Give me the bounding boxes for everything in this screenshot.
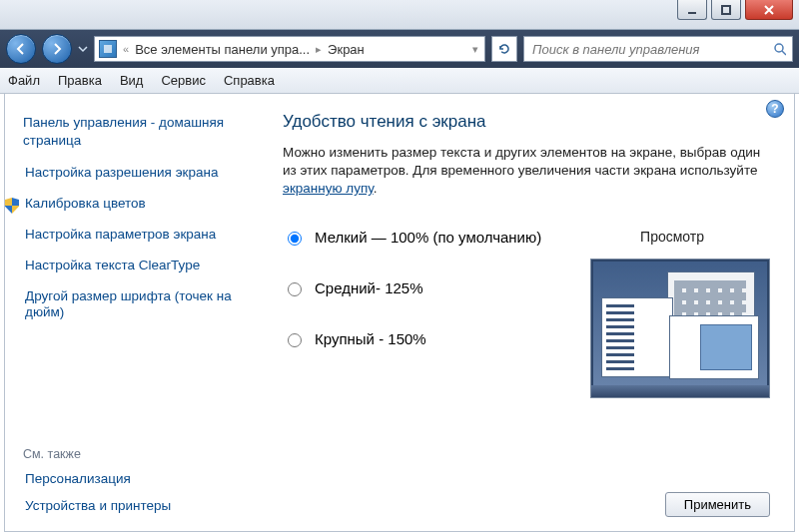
preview-window-icon (669, 315, 759, 379)
svg-rect-2 (104, 45, 112, 53)
chevron-right-icon[interactable]: ▸ (314, 43, 324, 56)
minimize-icon (687, 5, 697, 15)
window-controls (677, 0, 793, 20)
menu-service[interactable]: Сервис (161, 73, 206, 88)
refresh-icon (497, 42, 511, 56)
page-description: Можно изменить размер текста и других эл… (283, 144, 770, 199)
page-heading: Удобство чтения с экрана (283, 112, 770, 132)
control-panel-icon (99, 40, 117, 58)
menu-bar: Файл Правка Вид Сервис Справка (0, 68, 799, 94)
radio-large[interactable] (288, 333, 302, 347)
action-row: Применить (665, 492, 770, 517)
content-pane: Удобство чтения с экрана Можно изменить … (255, 94, 794, 531)
option-medium-label: Средний- 125% (315, 279, 423, 296)
breadcrumb-item-2[interactable]: Экран (328, 42, 365, 57)
address-dropdown-icon[interactable]: ▾ (470, 43, 480, 56)
preview-window-icon (601, 297, 673, 377)
maximize-button[interactable] (711, 0, 741, 20)
sidebar-link-personalization[interactable]: Персонализация (23, 471, 243, 488)
minimize-button[interactable] (677, 0, 707, 20)
sidebar-link-custom-dpi[interactable]: Другой размер шрифта (точек на дюйм) (23, 288, 243, 322)
sidebar: Панель управления - домашняя страница На… (5, 94, 255, 531)
svg-rect-1 (722, 6, 730, 14)
sidebar-link-color-calibration[interactable]: Калибровка цветов (23, 196, 243, 213)
menu-help[interactable]: Справка (224, 73, 275, 88)
svg-point-3 (775, 44, 783, 52)
close-button[interactable] (745, 0, 793, 20)
sidebar-link-cleartype[interactable]: Настройка текста ClearType (23, 258, 243, 274)
sidebar-link-display-settings[interactable]: Настройка параметров экрана (23, 227, 243, 244)
window-titlebar (0, 0, 799, 30)
menu-view[interactable]: Вид (120, 73, 144, 88)
refresh-button[interactable] (491, 36, 517, 62)
radio-medium[interactable] (288, 282, 302, 296)
preview-thumbnail (590, 259, 770, 398)
forward-button[interactable] (42, 34, 72, 64)
preview-label: Просмотр (640, 229, 704, 245)
apply-button[interactable]: Применить (665, 492, 770, 517)
menu-edit[interactable]: Правка (58, 73, 102, 88)
description-end: . (374, 181, 378, 196)
address-bar[interactable]: « Все элементы панели упра... ▸ Экран ▾ (94, 36, 485, 62)
sidebar-link-resolution[interactable]: Настройка разрешения экрана (23, 165, 243, 182)
option-large-label: Крупный - 150% (315, 330, 426, 347)
svg-line-4 (782, 51, 786, 55)
navigation-bar: « Все элементы панели упра... ▸ Экран ▾ (0, 30, 799, 68)
see-also-label: См. также (23, 447, 243, 461)
close-icon (763, 5, 775, 15)
search-box[interactable] (523, 36, 793, 62)
sidebar-link-devices-printers[interactable]: Устройства и принтеры (23, 498, 243, 515)
svg-rect-0 (688, 12, 696, 14)
forward-arrow-icon (50, 42, 64, 56)
history-dropdown-icon[interactable] (78, 44, 88, 54)
maximize-icon (721, 5, 731, 15)
magnifier-link[interactable]: экранную лупу (283, 181, 374, 196)
back-arrow-icon (14, 42, 28, 56)
preview-taskbar-icon (591, 385, 769, 397)
window-body: ? Панель управления - домашняя страница … (4, 94, 795, 532)
radio-small[interactable] (288, 232, 302, 246)
control-panel-home-link[interactable]: Панель управления - домашняя страница (23, 114, 243, 149)
description-text: Можно изменить размер текста и других эл… (283, 145, 760, 178)
breadcrumb-prefix: « (121, 43, 131, 55)
search-icon[interactable] (773, 42, 786, 56)
breadcrumb-item-1[interactable]: Все элементы панели упра... (135, 42, 310, 57)
back-button[interactable] (6, 34, 36, 64)
option-small-label: Мелкий — 100% (по умолчанию) (315, 229, 541, 246)
menu-file[interactable]: Файл (8, 73, 40, 88)
search-input[interactable] (530, 41, 773, 58)
